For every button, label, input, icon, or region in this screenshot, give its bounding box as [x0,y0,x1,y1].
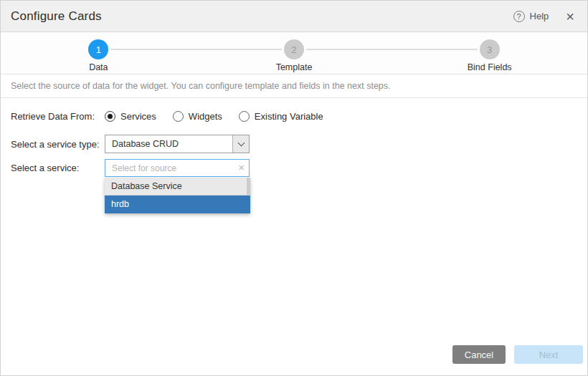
step-data-label: Data [89,62,108,72]
footer-actions: Cancel Next [452,345,583,364]
service-type-label: Select a service type: [11,139,105,150]
retrieve-data-row: Retrieve Data From: Services Widgets Exi… [11,111,587,122]
service-dropdown-panel: Database Service hrdb [105,178,250,213]
step-data[interactable]: 1 Data [1,32,196,74]
next-button[interactable]: Next [514,345,583,364]
radio-widgets-label[interactable]: Widgets [189,111,222,122]
wizard-stepper: 1 Data 2 Template 3 Bind Fields [1,32,587,74]
service-combobox: × Database Service hrdb [105,159,250,177]
dropdown-group-header: Database Service [105,178,250,196]
radio-services-label[interactable]: Services [120,111,156,122]
clear-icon[interactable]: × [238,162,245,173]
dropdown-group-header-label: Database Service [111,181,182,191]
retrieve-radio-group: Services Widgets Existing Variable [105,111,323,122]
radio-widgets-control[interactable] [173,111,184,122]
radio-existing-variable-control[interactable] [239,111,250,122]
radio-services-control[interactable] [105,111,115,122]
step-bind-fields[interactable]: 3 Bind Fields [392,32,587,74]
step-bind-fields-circle: 3 [480,39,500,59]
step-template[interactable]: 2 Template [196,32,392,74]
close-icon[interactable]: × [566,11,574,22]
step-template-label: Template [276,62,313,72]
help-label: Help [530,11,549,21]
help-icon: ? [513,11,525,22]
instruction-text: Select the source of data for the widget… [1,74,587,98]
help-button[interactable]: ? Help [513,11,549,22]
form-area: Retrieve Data From: Services Widgets Exi… [1,111,587,177]
service-row: Select a service: × Database Service hrd… [11,159,587,177]
service-type-row: Select a service type: Database CRUD [11,135,587,153]
configure-cards-dialog: Configure Cards ? Help × 1 Data 2 Templa… [0,0,588,376]
step-bind-fields-label: Bind Fields [468,62,512,72]
service-type-select[interactable]: Database CRUD [105,135,250,153]
dropdown-scrollbar-thumb[interactable] [247,178,250,195]
dialog-title: Configure Cards [11,9,102,24]
chevron-down-icon [237,140,245,147]
dropdown-arrow-button[interactable] [232,135,249,153]
retrieve-data-label: Retrieve Data From: [11,111,105,122]
cancel-button[interactable]: Cancel [452,345,506,364]
radio-existing-variable-label[interactable]: Existing Variable [255,111,323,122]
step-data-circle: 1 [88,39,108,59]
step-template-circle: 2 [284,39,304,59]
radio-existing-variable[interactable]: Existing Variable [239,111,323,122]
dropdown-option-hrdb[interactable]: hrdb [105,196,250,213]
service-type-value: Database CRUD [105,135,232,153]
radio-widgets[interactable]: Widgets [173,111,222,122]
service-label: Select a service: [11,163,105,173]
radio-services[interactable]: Services [105,111,156,122]
titlebar: Configure Cards ? Help × [1,1,587,32]
service-search-input[interactable] [105,159,250,177]
